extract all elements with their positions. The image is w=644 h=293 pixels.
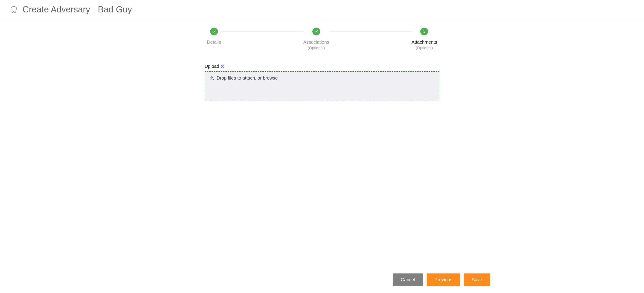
step-number: 3: [420, 27, 428, 35]
step-connector: [329, 31, 412, 32]
page-header: Create Adversary - Bad Guy: [0, 0, 644, 19]
step-label: Details: [207, 39, 221, 45]
file-dropzone[interactable]: Drop files to attach, or browse: [204, 71, 440, 101]
wizard-stepper: Details Associations (Optional) 3 Attach…: [207, 27, 437, 50]
dropzone-text: Drop files to attach, or browse: [216, 75, 278, 81]
upload-label: Upload: [204, 64, 219, 69]
upload-label-row: Upload: [204, 64, 440, 69]
step-connector: [221, 31, 303, 32]
step-associations[interactable]: Associations (Optional): [303, 27, 329, 50]
step-done-icon: [210, 27, 218, 35]
page-title: Create Adversary - Bad Guy: [22, 4, 132, 14]
upload-icon: [209, 76, 214, 81]
step-sublabel: (Optional): [416, 46, 433, 50]
svg-point-2: [14, 11, 16, 13]
info-icon[interactable]: [220, 64, 225, 68]
svg-point-1: [12, 11, 14, 13]
step-details[interactable]: Details: [207, 27, 221, 45]
step-done-icon: [312, 27, 320, 35]
adversary-icon: [9, 5, 18, 14]
step-sublabel: (Optional): [308, 46, 325, 50]
step-label: Associations: [303, 39, 329, 45]
svg-point-6: [222, 65, 223, 66]
step-label: Attachments: [412, 39, 437, 45]
step-attachments[interactable]: 3 Attachments (Optional): [412, 27, 437, 50]
